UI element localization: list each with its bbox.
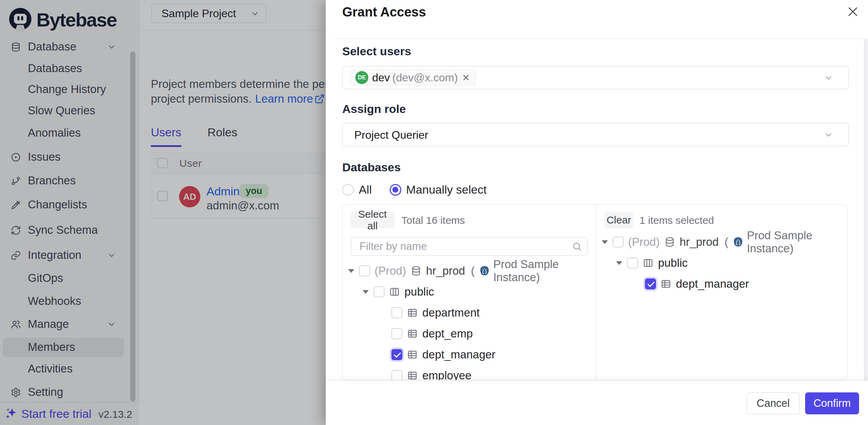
checkbox[interactable]	[391, 370, 402, 380]
user-chip-dev: DE dev (dev@x.com)	[350, 70, 476, 85]
postgresql-icon	[479, 265, 490, 276]
tree-node-table[interactable]: dept_manager	[596, 275, 847, 292]
tree-node-table[interactable]: dept_emp	[343, 325, 596, 342]
postgresql-icon	[733, 237, 744, 248]
tree-node-schema[interactable]: public	[596, 254, 847, 272]
database-tree-transfer: Select all Total 16 items (Prod) hr_prod…	[342, 204, 847, 380]
tree-node-table[interactable]: department	[343, 304, 596, 321]
drawer-footer: Cancel Confirm	[326, 381, 868, 425]
checkbox[interactable]	[391, 307, 402, 318]
databases-label: Databases	[342, 161, 401, 174]
users-multiselect[interactable]: DE dev (dev@x.com)	[342, 66, 849, 89]
select-users-label: Select users	[342, 45, 411, 58]
checkbox[interactable]	[374, 286, 385, 297]
assign-role-label: Assign role	[342, 102, 406, 116]
checkbox[interactable]	[359, 265, 370, 276]
database-icon	[664, 237, 675, 248]
table-icon	[407, 328, 418, 339]
close-icon	[846, 5, 859, 18]
caret-icon[interactable]	[348, 269, 354, 273]
selected-pane: Clear 1 items selected (Prod) hr_prod ( …	[596, 205, 847, 380]
checkbox-checked[interactable]	[391, 349, 402, 360]
table-icon	[660, 278, 671, 289]
table-icon	[407, 307, 418, 318]
selected-count-label: 1 items selected	[639, 215, 714, 226]
tree-node-database[interactable]: (Prod) hr_prod ( Prod Sample Instance)	[343, 262, 596, 279]
confirm-button[interactable]: Confirm	[805, 392, 859, 414]
radio-manually-select[interactable]	[390, 184, 401, 196]
tree-node-table[interactable]: employee	[343, 367, 596, 380]
modal-backdrop[interactable]	[0, 0, 326, 425]
remove-chip-icon[interactable]	[461, 73, 470, 82]
filter-field	[351, 237, 588, 256]
radio-all[interactable]	[342, 184, 354, 196]
checkbox-checked[interactable]	[645, 278, 656, 289]
schema-icon	[643, 257, 654, 268]
avatar: DE	[355, 71, 368, 84]
drawer-title: Grant Access	[342, 5, 426, 20]
tree-node-table[interactable]: dept_manager	[343, 346, 596, 363]
schema-icon	[389, 286, 400, 297]
close-button[interactable]	[845, 3, 861, 20]
caret-icon[interactable]	[616, 261, 622, 265]
chevron-down-icon	[824, 130, 833, 140]
database-icon	[411, 265, 422, 276]
checkbox[interactable]	[627, 257, 638, 268]
checkbox[interactable]	[613, 237, 624, 248]
database-scope-radios: All Manually select	[342, 183, 487, 196]
grant-access-drawer: Grant Access Select users DE dev (dev@x.…	[326, 0, 868, 425]
clear-button[interactable]: Clear	[604, 212, 633, 228]
cancel-button[interactable]: Cancel	[747, 392, 800, 414]
checkbox[interactable]	[391, 328, 402, 339]
role-select[interactable]: Project Querier	[342, 123, 849, 146]
table-icon	[407, 370, 418, 380]
select-all-button[interactable]: Select all	[350, 212, 394, 228]
source-pane: Select all Total 16 items (Prod) hr_prod…	[343, 205, 596, 380]
caret-icon[interactable]	[363, 290, 369, 294]
total-items-label: Total 16 items	[401, 215, 465, 226]
caret-icon[interactable]	[602, 240, 608, 244]
tree-node-schema[interactable]: public	[343, 283, 596, 300]
filter-input[interactable]	[351, 237, 588, 256]
chevron-down-icon	[824, 73, 833, 83]
table-icon	[407, 349, 418, 360]
tree-node-database[interactable]: (Prod) hr_prod ( Prod Sample Instance)	[596, 233, 847, 251]
drawer-scrollbar[interactable]	[864, 39, 868, 381]
search-icon	[572, 241, 582, 252]
header-divider	[334, 38, 865, 39]
